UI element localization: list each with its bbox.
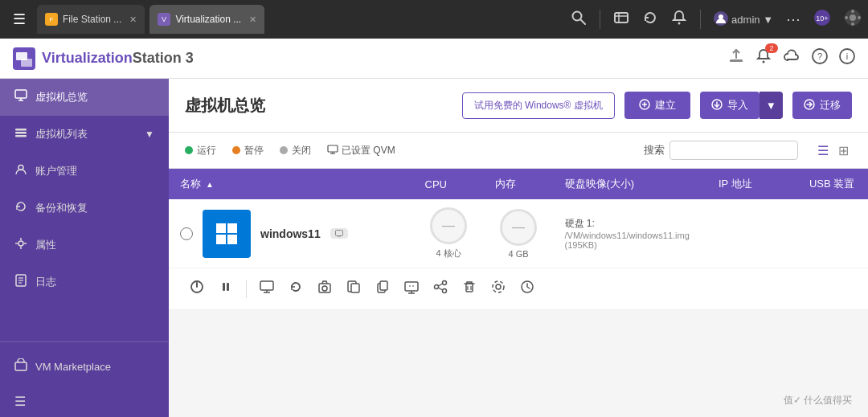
import-button-label: 导入 xyxy=(727,98,748,112)
vm-memory-cell: — 4 GB xyxy=(484,199,554,268)
delete-button[interactable] xyxy=(457,276,481,301)
trial-windows-button[interactable]: 试用免费的 Windows® 虚拟机 xyxy=(462,92,615,119)
tab-virtualization-label: Virtualization ... xyxy=(175,14,241,25)
status-paused-label: 暂停 xyxy=(244,144,264,157)
display-button[interactable] xyxy=(255,276,279,301)
sidebar-item-vm-marketplace[interactable]: VM Marketplace xyxy=(0,347,169,386)
svg-rect-45 xyxy=(15,362,27,370)
vm-row-select[interactable] xyxy=(180,227,193,240)
search-box: 搜索 xyxy=(644,141,798,160)
th-cpu-label: CPU xyxy=(425,178,447,190)
sidebar-item-account[interactable]: 账户管理 xyxy=(0,153,169,190)
vm-table-header: 名称 ▲ CPU 内存 硬盘映像(大小) IP 地址 xyxy=(169,169,868,199)
logo-icon xyxy=(13,47,35,70)
virtualization-icon: V xyxy=(158,13,170,26)
svg-text:V: V xyxy=(162,15,166,23)
bell-icon xyxy=(671,10,687,30)
view-buttons: ☰ ⊞ xyxy=(814,141,852,160)
search-input[interactable] xyxy=(669,141,798,160)
sidebar-item-vm-overview[interactable]: 虚拟机总览 xyxy=(0,79,169,116)
refresh-button[interactable] xyxy=(284,276,308,301)
status-off-label: 关闭 xyxy=(292,144,311,157)
status-dot-off xyxy=(280,146,288,154)
import-button[interactable]: 导入 xyxy=(700,92,760,119)
status-running-label: 运行 xyxy=(197,144,216,157)
notification-icon-container[interactable] xyxy=(671,10,687,30)
svg-point-19 xyxy=(858,16,861,19)
clone-button[interactable] xyxy=(342,276,366,301)
vm-thumbnail xyxy=(203,210,251,258)
create-plus-icon xyxy=(639,99,650,112)
cloud-icon[interactable] xyxy=(783,47,800,69)
th-name-sort-icon[interactable]: ▲ xyxy=(206,180,214,189)
status-qvm: 已设置 QVM xyxy=(327,144,395,157)
svg-rect-55 xyxy=(227,223,237,233)
info-icon[interactable]: i xyxy=(839,48,855,68)
sidebar-item-backup[interactable]: 备份和恢复 xyxy=(0,190,169,227)
vm-cpu-cell: — 4 核心 xyxy=(414,199,484,268)
status-off: 关闭 xyxy=(280,144,311,157)
app-bell-badge: 2 xyxy=(765,43,778,53)
tab-file-station[interactable]: F File Station ... ✕ xyxy=(37,5,145,34)
admin-avatar xyxy=(714,11,728,28)
status-bar: 运行 暂停 关闭 已设置 QVM 搜索 ☰ xyxy=(169,133,868,169)
remote-button[interactable] xyxy=(399,276,424,301)
sidebar-item-vm-list-left: 虚拟机列表 xyxy=(14,126,88,142)
grid-view-button[interactable]: ⊞ xyxy=(835,141,852,160)
media-icon[interactable] xyxy=(613,10,629,30)
svg-rect-6 xyxy=(615,13,628,22)
svg-rect-72 xyxy=(380,281,387,290)
tab-virtualization[interactable]: V Virtualization ... ✕ xyxy=(149,5,264,34)
copy-button[interactable] xyxy=(371,276,395,301)
svg-point-15 xyxy=(850,14,856,21)
sidebar-collapse-icon[interactable]: ☰ xyxy=(14,395,26,408)
svg-rect-32 xyxy=(15,129,27,131)
import-dropdown-button[interactable]: ▼ xyxy=(760,92,783,119)
vm-list-chevron-icon: ▼ xyxy=(145,129,154,140)
file-station-icon: F xyxy=(45,13,58,26)
svg-rect-23 xyxy=(730,59,743,62)
create-button[interactable]: 建立 xyxy=(624,92,690,119)
vm-toolbar xyxy=(169,268,868,310)
share-button[interactable] xyxy=(428,276,452,301)
tab-file-station-close[interactable]: ✕ xyxy=(129,14,137,25)
question-icon[interactable]: ? xyxy=(812,48,828,68)
svg-rect-54 xyxy=(216,223,226,233)
admin-button[interactable]: admin ▼ xyxy=(714,11,773,28)
hamburger-button[interactable]: ☰ xyxy=(6,7,32,31)
settings-button[interactable] xyxy=(486,276,510,301)
more-options-icon[interactable]: ⋯ xyxy=(786,10,800,28)
app-title: VirtualizationVirtualizationStation 3 xyxy=(42,50,194,67)
watermark: 值✓ 什么值得买 xyxy=(784,394,852,407)
version-badge-container[interactable]: 10+ xyxy=(813,9,831,31)
cpu-cores-label: 4 核心 xyxy=(436,247,461,260)
power-button[interactable] xyxy=(185,276,209,301)
pause-button[interactable] xyxy=(214,276,238,301)
svg-text:10+: 10+ xyxy=(816,14,828,22)
vm-ip-cell xyxy=(707,199,798,268)
svg-rect-83 xyxy=(466,284,473,292)
sync-icon[interactable] xyxy=(642,10,658,30)
sidebar-item-log[interactable]: 日志 xyxy=(0,264,169,300)
upload-icon[interactable] xyxy=(728,48,744,68)
th-usb: USB 装置 xyxy=(798,169,868,199)
sidebar: 虚拟机总览 虚拟机列表 ▼ 账户管理 备份和恢复 xyxy=(0,79,169,417)
migrate-button[interactable]: 迁移 xyxy=(792,92,852,119)
vm-name-cell: windows11 xyxy=(169,199,414,268)
th-cpu: CPU xyxy=(414,169,484,199)
system-icon[interactable] xyxy=(844,9,862,31)
status-dot-running xyxy=(185,146,193,154)
history-button[interactable] xyxy=(515,276,539,301)
sidebar-item-vm-list[interactable]: 虚拟机列表 ▼ xyxy=(0,116,169,153)
vm-table: 名称 ▲ CPU 内存 硬盘映像(大小) IP 地址 xyxy=(169,169,868,268)
sidebar-item-properties[interactable]: 属性 xyxy=(0,227,169,264)
tab-virtualization-close[interactable]: ✕ xyxy=(249,14,256,25)
vm-status-tag xyxy=(330,228,348,239)
marketplace-icon xyxy=(14,358,27,374)
app-bell-container[interactable]: 2 xyxy=(755,48,772,68)
list-view-button[interactable]: ☰ xyxy=(814,141,832,160)
svg-rect-51 xyxy=(328,145,338,152)
import-icon xyxy=(711,99,723,112)
search-icon[interactable] xyxy=(571,10,587,30)
snapshot-button[interactable] xyxy=(313,276,337,301)
